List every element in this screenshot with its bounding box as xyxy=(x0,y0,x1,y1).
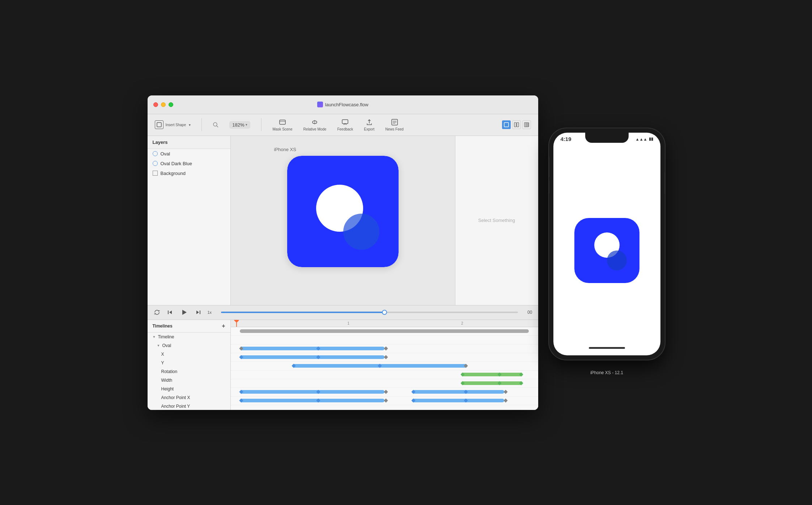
track-rotation[interactable] xyxy=(231,362,538,371)
iphone-model-label: iPhone XS - 12.1 xyxy=(585,368,628,377)
track-x[interactable] xyxy=(231,344,538,353)
news-feed-button[interactable]: News Feed xyxy=(385,118,404,131)
timeline-row-width[interactable]: Width xyxy=(148,376,230,385)
speed-control[interactable]: 1x xyxy=(208,310,212,314)
app-icon xyxy=(317,102,323,107)
track-anchor-y[interactable] xyxy=(231,397,538,405)
track-anchor-x[interactable] xyxy=(231,388,538,397)
background-layer-icon xyxy=(153,171,158,176)
bottom-section: 1x 00 Timelines + ▼ Ti xyxy=(148,305,538,410)
toolbar-divider-2 xyxy=(261,118,262,131)
artboard-label: iPhone XS xyxy=(274,147,296,152)
keyframe-x-end[interactable] xyxy=(384,346,388,350)
timeline-row-oval[interactable]: ▼ Oval xyxy=(148,341,230,350)
iphone-notch xyxy=(585,133,629,143)
scrubber-handle[interactable] xyxy=(382,310,387,315)
iphone-vol-down xyxy=(549,181,549,193)
iphone-screen: 4:19 ▲▲▲ ▮▮ xyxy=(553,133,660,355)
svg-rect-14 xyxy=(524,123,526,127)
insert-shape-button[interactable]: Insert Shape ▾ xyxy=(155,120,191,129)
feedback-icon xyxy=(341,118,349,126)
track-width[interactable] xyxy=(231,371,538,379)
export-icon xyxy=(365,118,373,126)
keyframe-anchor-y-3[interactable] xyxy=(384,398,388,402)
relative-mode-icon xyxy=(311,118,319,126)
timeline-row-height[interactable]: Height xyxy=(148,385,230,393)
mask-scene-button[interactable]: Mask Scene xyxy=(272,118,292,131)
svg-rect-18 xyxy=(200,311,200,314)
track-height[interactable] xyxy=(231,379,538,388)
maximize-button[interactable] xyxy=(169,102,173,107)
track-main[interactable] xyxy=(231,327,538,336)
iphone-content xyxy=(553,146,660,355)
zoom-value: 182% xyxy=(232,122,244,128)
timeline-row-anchor-y[interactable]: Anchor Point Y xyxy=(148,402,230,410)
toolbar: Insert Shape ▾ 182% ▾ xyxy=(148,114,538,136)
keyframe-bar-x xyxy=(240,347,384,350)
collapse-timeline-icon[interactable]: ▼ xyxy=(153,335,156,339)
view-mode-grid[interactable] xyxy=(522,120,531,129)
add-timeline-button[interactable]: + xyxy=(222,323,225,329)
artboard xyxy=(287,156,399,267)
layers-header: Layers xyxy=(148,136,230,149)
timeline-row-timeline[interactable]: ▼ Timeline xyxy=(148,333,230,341)
mask-scene-icon xyxy=(279,118,286,126)
layer-item-oval[interactable]: Oval xyxy=(148,149,230,159)
app-window: launchFlowcase.flow Insert Shape ▾ xyxy=(148,95,538,410)
zoom-control[interactable]: 182% ▾ xyxy=(229,121,250,129)
timelines-header: Timelines + xyxy=(148,320,230,333)
timeline-ruler: 1 2 xyxy=(231,320,538,327)
search-area xyxy=(213,122,218,128)
view-mode-split[interactable] xyxy=(512,120,521,129)
relative-mode-button[interactable]: Relative Mode xyxy=(303,118,327,131)
svg-rect-17 xyxy=(168,311,169,314)
view-mode-buttons xyxy=(502,120,531,129)
keyframe-anchor-y-6[interactable] xyxy=(503,398,507,402)
timeline-scrubber[interactable] xyxy=(221,312,518,313)
layer-item-oval-dark-blue[interactable]: Oval Dark Blue xyxy=(148,159,230,168)
oval-dark-blue[interactable] xyxy=(343,214,379,250)
svg-rect-15 xyxy=(526,123,528,127)
iphone-mockup-wrapper: 4:19 ▲▲▲ ▮▮ iPhone XS - 12.1 xyxy=(549,128,665,377)
minimize-button[interactable] xyxy=(161,102,166,107)
keyframe-y-end[interactable] xyxy=(384,355,388,359)
battery-icon: ▮▮ xyxy=(649,137,653,141)
right-panel: Select Something xyxy=(455,136,538,305)
close-button[interactable] xyxy=(153,102,158,107)
news-feed-label: News Feed xyxy=(385,127,404,131)
iphone-vol-up xyxy=(549,164,549,177)
export-button[interactable]: Export xyxy=(364,118,374,131)
skip-back-button[interactable] xyxy=(166,309,174,316)
oval-layer-icon xyxy=(153,151,158,156)
keyframe-anchor-x-3[interactable] xyxy=(384,390,388,394)
keyframe-anchor-x-6[interactable] xyxy=(503,390,507,394)
title-bar: launchFlowcase.flow xyxy=(148,95,538,114)
playhead[interactable] xyxy=(236,320,237,327)
svg-rect-16 xyxy=(528,123,529,127)
view-mode-single[interactable] xyxy=(502,120,511,129)
track-oval-header[interactable] xyxy=(231,336,538,344)
canvas-area[interactable]: iPhone XS xyxy=(231,136,455,305)
ruler-mark-2: 2 xyxy=(461,321,463,325)
play-button[interactable] xyxy=(179,308,189,317)
toolbar-divider-1 xyxy=(201,118,202,131)
select-something-placeholder: Select Something xyxy=(478,218,515,223)
timeline-row-anchor-x[interactable]: Anchor Point X xyxy=(148,393,230,402)
timeline-row-y[interactable]: Y xyxy=(148,359,230,367)
search-icon[interactable] xyxy=(213,122,218,128)
timeline-row-x[interactable]: X xyxy=(148,350,230,359)
scrubber-fill xyxy=(221,312,384,313)
skip-forward-button[interactable] xyxy=(195,309,202,316)
playhead-diamond xyxy=(234,320,239,323)
svg-rect-11 xyxy=(504,123,509,127)
track-oval-dark-blue-header[interactable] xyxy=(231,405,538,410)
collapse-oval-icon[interactable]: ▼ xyxy=(157,344,160,347)
timeline-row-rotation[interactable]: Rotation xyxy=(148,367,230,376)
loop-button[interactable] xyxy=(153,309,161,316)
layer-item-background[interactable]: Background xyxy=(148,168,230,178)
feedback-button[interactable]: Feedback xyxy=(337,118,353,131)
track-y[interactable] xyxy=(231,353,538,362)
artboard-background xyxy=(287,156,399,267)
iphone-status-icons: ▲▲▲ ▮▮ xyxy=(635,137,653,141)
timeline-tracks-area[interactable]: 1 2 xyxy=(231,320,538,410)
